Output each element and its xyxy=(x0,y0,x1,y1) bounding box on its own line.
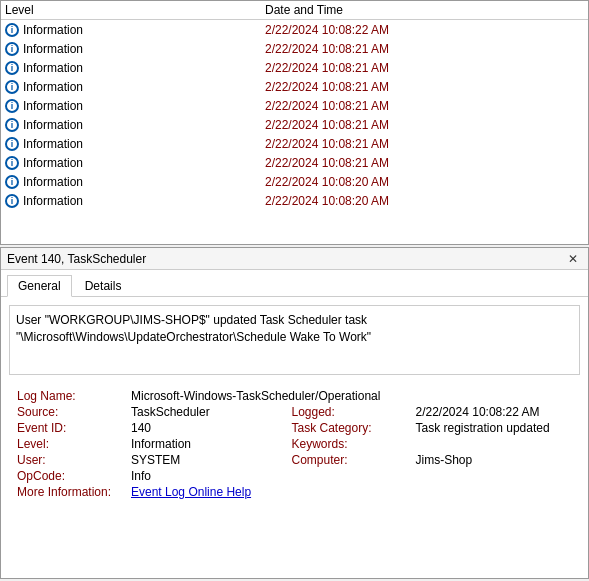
level-text: Information xyxy=(23,137,83,151)
more-info-link[interactable]: Event Log Online Help xyxy=(131,485,251,499)
tab-content-general: User "WORKGROUP\JIMS-SHOP$" updated Task… xyxy=(1,297,588,511)
level-text: Information xyxy=(23,118,83,132)
more-info-label: More Information: xyxy=(17,485,127,499)
table-row[interactable]: iInformation2/22/2024 10:08:22 AM xyxy=(1,20,588,39)
cell-level: iInformation xyxy=(5,42,265,56)
logged-label: Logged: xyxy=(292,405,412,419)
level-label: Level: xyxy=(17,437,127,451)
tab-general[interactable]: General xyxy=(7,275,72,297)
cell-datetime: 2/22/2024 10:08:21 AM xyxy=(265,156,584,170)
level-text: Information xyxy=(23,23,83,37)
col-level-header: Level xyxy=(5,3,265,17)
info-icon: i xyxy=(5,99,19,113)
logged-value: 2/22/2024 10:08:22 AM xyxy=(416,405,573,419)
details-grid: Log Name: Microsoft-Windows-TaskSchedule… xyxy=(9,385,580,503)
cell-datetime: 2/22/2024 10:08:21 AM xyxy=(265,80,584,94)
info-icon: i xyxy=(5,156,19,170)
event-id-value: 140 xyxy=(131,421,288,435)
info-icon: i xyxy=(5,137,19,151)
source-label: Source: xyxy=(17,405,127,419)
cell-datetime: 2/22/2024 10:08:21 AM xyxy=(265,137,584,151)
cell-datetime: 2/22/2024 10:08:20 AM xyxy=(265,194,584,208)
cell-datetime: 2/22/2024 10:08:20 AM xyxy=(265,175,584,189)
cell-level: iInformation xyxy=(5,194,265,208)
close-button[interactable]: ✕ xyxy=(564,250,582,268)
level-text: Information xyxy=(23,156,83,170)
computer-label: Computer: xyxy=(292,453,412,467)
log-name-label: Log Name: xyxy=(17,389,127,403)
event-id-label: Event ID: xyxy=(17,421,127,435)
cell-level: iInformation xyxy=(5,61,265,75)
opcode-label: OpCode: xyxy=(17,469,127,483)
source-value: TaskScheduler xyxy=(131,405,288,419)
level-value: Information xyxy=(131,437,288,451)
event-message: User "WORKGROUP\JIMS-SHOP$" updated Task… xyxy=(9,305,580,375)
info-icon: i xyxy=(5,118,19,132)
cell-datetime: 2/22/2024 10:08:22 AM xyxy=(265,23,584,37)
cell-level: iInformation xyxy=(5,118,265,132)
cell-datetime: 2/22/2024 10:08:21 AM xyxy=(265,118,584,132)
table-row[interactable]: iInformation2/22/2024 10:08:21 AM xyxy=(1,134,588,153)
table-row[interactable]: iInformation2/22/2024 10:08:21 AM xyxy=(1,96,588,115)
info-icon: i xyxy=(5,80,19,94)
info-icon: i xyxy=(5,23,19,37)
table-row[interactable]: iInformation2/22/2024 10:08:21 AM xyxy=(1,115,588,134)
info-icon: i xyxy=(5,175,19,189)
event-titlebar: Event 140, TaskScheduler ✕ xyxy=(1,248,588,270)
level-text: Information xyxy=(23,99,83,113)
event-title: Event 140, TaskScheduler xyxy=(7,252,146,266)
table-row[interactable]: iInformation2/22/2024 10:08:21 AM xyxy=(1,153,588,172)
event-detail-panel: Event 140, TaskScheduler ✕ General Detai… xyxy=(0,247,589,579)
table-row[interactable]: iInformation2/22/2024 10:08:21 AM xyxy=(1,58,588,77)
level-text: Information xyxy=(23,61,83,75)
keywords-value xyxy=(416,437,573,451)
level-text: Information xyxy=(23,194,83,208)
cell-level: iInformation xyxy=(5,23,265,37)
user-value: SYSTEM xyxy=(131,453,288,467)
cell-level: iInformation xyxy=(5,80,265,94)
cell-datetime: 2/22/2024 10:08:21 AM xyxy=(265,42,584,56)
table-row[interactable]: iInformation2/22/2024 10:08:20 AM xyxy=(1,191,588,210)
tab-details[interactable]: Details xyxy=(74,275,133,297)
tabs-bar: General Details xyxy=(1,270,588,297)
cell-level: iInformation xyxy=(5,137,265,151)
user-label: User: xyxy=(17,453,127,467)
cell-level: iInformation xyxy=(5,175,265,189)
info-icon: i xyxy=(5,42,19,56)
level-text: Information xyxy=(23,42,83,56)
level-text: Information xyxy=(23,175,83,189)
col-datetime-header: Date and Time xyxy=(265,3,584,17)
table-header: Level Date and Time xyxy=(1,1,588,20)
cell-level: iInformation xyxy=(5,156,265,170)
event-log-table: Level Date and Time iInformation2/22/202… xyxy=(0,0,589,245)
task-cat-value: Task registration updated xyxy=(416,421,573,435)
opcode-value: Info xyxy=(131,469,288,483)
log-name-value: Microsoft-Windows-TaskScheduler/Operatio… xyxy=(131,389,572,403)
keywords-label: Keywords: xyxy=(292,437,412,451)
cell-level: iInformation xyxy=(5,99,265,113)
info-icon: i xyxy=(5,61,19,75)
table-row[interactable]: iInformation2/22/2024 10:08:21 AM xyxy=(1,39,588,58)
task-cat-label: Task Category: xyxy=(292,421,412,435)
info-icon: i xyxy=(5,194,19,208)
cell-datetime: 2/22/2024 10:08:21 AM xyxy=(265,99,584,113)
cell-datetime: 2/22/2024 10:08:21 AM xyxy=(265,61,584,75)
level-text: Information xyxy=(23,80,83,94)
table-row[interactable]: iInformation2/22/2024 10:08:20 AM xyxy=(1,172,588,191)
computer-value: Jims-Shop xyxy=(416,453,573,467)
table-row[interactable]: iInformation2/22/2024 10:08:21 AM xyxy=(1,77,588,96)
table-body[interactable]: iInformation2/22/2024 10:08:22 AMiInform… xyxy=(1,20,588,239)
